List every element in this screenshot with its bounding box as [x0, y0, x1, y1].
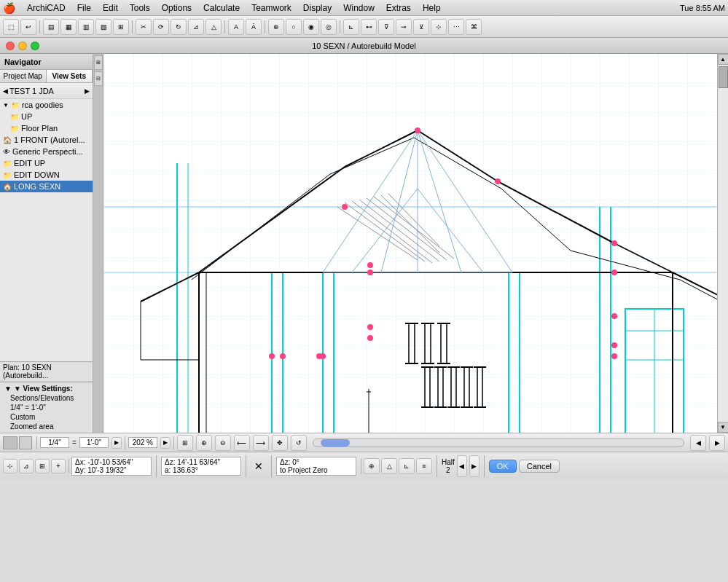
snap-btn-2[interactable]: △: [381, 458, 397, 474]
vs-sections[interactable]: Sections/Elevations: [3, 393, 90, 403]
toolbar-btn-23[interactable]: ⊻: [413, 19, 429, 35]
tree-item-edit-up[interactable]: 📁 EDIT UP: [0, 157, 93, 169]
zoom-next-btn[interactable]: ⟶: [253, 435, 269, 451]
close-button[interactable]: [6, 42, 15, 50]
palette-btn-1[interactable]: ⊞: [94, 55, 103, 70]
menu-teamwork[interactable]: Teamwork: [246, 2, 297, 14]
status-tool-2[interactable]: ⊿: [19, 459, 34, 473]
vertical-scrollbar[interactable]: ▲ ▼: [717, 54, 728, 433]
toolbar-btn-9[interactable]: ⟳: [153, 19, 169, 35]
minimize-button[interactable]: [18, 42, 27, 50]
apple-menu[interactable]: 🍎: [3, 2, 15, 14]
tree-item-edit-down[interactable]: 📁 EDIT DOWN: [0, 169, 93, 181]
menu-options[interactable]: Options: [156, 2, 197, 14]
tab-project-map[interactable]: Project Map: [0, 70, 47, 82]
scroll-down-arrow[interactable]: ▼: [718, 422, 729, 433]
toolbar-btn-5[interactable]: ▥: [78, 19, 94, 35]
zoom-prev-btn[interactable]: ⟵: [234, 435, 250, 451]
toolbar-btn-7[interactable]: ⊞: [113, 19, 129, 35]
tree-item-front[interactable]: 🏠 1 FRONT (Autorel...: [0, 134, 93, 146]
toolbar-btn-6[interactable]: ▧: [95, 19, 111, 35]
svg-point-91: [611, 240, 617, 246]
tree-item-rca-goodies[interactable]: ▼ 📁 rca goodies: [0, 99, 93, 111]
toolbar-btn-22[interactable]: ⊸: [396, 19, 412, 35]
menu-display[interactable]: Display: [297, 2, 337, 14]
h-scroll-thumb[interactable]: [321, 439, 350, 447]
toolbar-btn-3[interactable]: ▤: [43, 19, 59, 35]
h-scroll-right[interactable]: ▶: [709, 435, 725, 451]
maximize-button[interactable]: [31, 42, 39, 50]
menu-edit[interactable]: Edit: [97, 2, 124, 14]
toolbar-btn-1[interactable]: ⬚: [3, 19, 19, 35]
tree-item-perspective[interactable]: 👁 Generic Perspecti...: [0, 146, 93, 157]
menu-tools[interactable]: Tools: [124, 2, 156, 14]
snap-btn-3[interactable]: ⊾: [399, 458, 415, 474]
vs-sections-label: Sections/Elevations: [10, 394, 74, 402]
view-mode-btn-2[interactable]: [19, 436, 32, 449]
half-prev-btn[interactable]: ◀: [457, 455, 467, 477]
clear-coord-btn[interactable]: ✕: [251, 458, 267, 474]
zoom-fit-btn[interactable]: ⊞: [177, 435, 193, 451]
toolbar-btn-13[interactable]: A: [228, 19, 244, 35]
expand-icon: ▼: [3, 102, 9, 109]
tree-item-floor-plan[interactable]: 📁 Floor Plan: [0, 122, 93, 134]
vs-zoomed[interactable]: Zoomed area: [3, 422, 90, 431]
toolbar-btn-17[interactable]: ◉: [303, 19, 319, 35]
snap-btn-1[interactable]: ⊕: [364, 458, 380, 474]
menu-extras[interactable]: Extras: [380, 2, 417, 14]
nav-back-arrow[interactable]: ◀: [3, 87, 8, 95]
status-tool-1[interactable]: ⊹: [3, 459, 17, 473]
toolbar-btn-10[interactable]: ↻: [171, 19, 187, 35]
tab-view-sets[interactable]: View Sets: [47, 70, 93, 82]
scale-arrow-btn[interactable]: ▶: [111, 437, 122, 449]
toolbar-btn-4[interactable]: ▦: [60, 19, 77, 35]
scroll-track[interactable]: [718, 65, 728, 422]
toolbar-btn-11[interactable]: ⊿: [188, 19, 204, 35]
zoom-arrow-btn[interactable]: ▶: [160, 437, 171, 449]
h-scroll-left[interactable]: ◀: [690, 435, 706, 451]
vs-header[interactable]: ▼ ▼ View Settings:: [3, 384, 90, 393]
toolbar-btn-25[interactable]: ⋯: [448, 19, 464, 35]
toolbar-btn-20[interactable]: ⊷: [361, 19, 377, 35]
refresh-btn[interactable]: ↺: [291, 435, 307, 451]
cancel-button[interactable]: Cancel: [519, 460, 560, 473]
tree-item-up[interactable]: 📁 UP: [0, 111, 93, 122]
menu-help[interactable]: Help: [417, 2, 447, 14]
tree-item-long-sexn[interactable]: 🏠 LONG SEXN: [0, 181, 93, 192]
status-tool-3[interactable]: ⊞: [35, 459, 50, 473]
menu-file[interactable]: File: [71, 2, 97, 14]
toolbar-btn-14[interactable]: Ā: [246, 19, 262, 35]
nav-forward-arrow[interactable]: ▶: [85, 87, 90, 95]
scroll-up-arrow[interactable]: ▲: [718, 54, 729, 65]
zoom-out-btn[interactable]: ⊖: [215, 435, 231, 451]
toolbar-btn-2[interactable]: ↩: [20, 19, 36, 35]
horizontal-scrollbar[interactable]: [313, 439, 684, 447]
ok-button[interactable]: OK: [489, 460, 517, 473]
menu-calculate[interactable]: Calculate: [197, 2, 246, 14]
toolbar-btn-21[interactable]: ⊽: [378, 19, 394, 35]
pan-btn[interactable]: ✥: [272, 435, 288, 451]
vs-scale[interactable]: 1/4" = 1'-0": [3, 403, 90, 412]
palette-btn-2[interactable]: ⊟: [94, 71, 103, 86]
half-next-btn[interactable]: ▶: [469, 455, 480, 477]
menu-window[interactable]: Window: [337, 2, 380, 14]
toolbar-btn-19[interactable]: ⊾: [343, 19, 359, 35]
vs-custom[interactable]: Custom: [3, 412, 90, 422]
tb-sep-1: [125, 436, 125, 449]
menu-archicad[interactable]: ArchiCAD: [21, 2, 71, 14]
status-tool-4[interactable]: +: [51, 459, 66, 473]
status-sep-1: [156, 455, 157, 477]
toolbar-btn-12[interactable]: △: [206, 19, 222, 35]
toolbar-btn-18[interactable]: ◎: [321, 19, 337, 35]
toolbar-btn-26[interactable]: ⌘: [466, 19, 482, 35]
scroll-thumb[interactable]: [719, 66, 728, 88]
equals-sign: =: [72, 439, 77, 447]
toolbar-btn-24[interactable]: ⊹: [431, 19, 447, 35]
zoom-in-btn[interactable]: ⊕: [196, 435, 212, 451]
snap-btn-4[interactable]: ≡: [416, 458, 432, 474]
drawing-canvas[interactable]: [103, 54, 717, 433]
toolbar-btn-15[interactable]: ⊕: [268, 19, 284, 35]
toolbar-btn-8[interactable]: ✂: [136, 19, 152, 35]
toolbar-btn-16[interactable]: ○: [286, 19, 302, 35]
view-mode-btn-1[interactable]: [3, 436, 17, 449]
